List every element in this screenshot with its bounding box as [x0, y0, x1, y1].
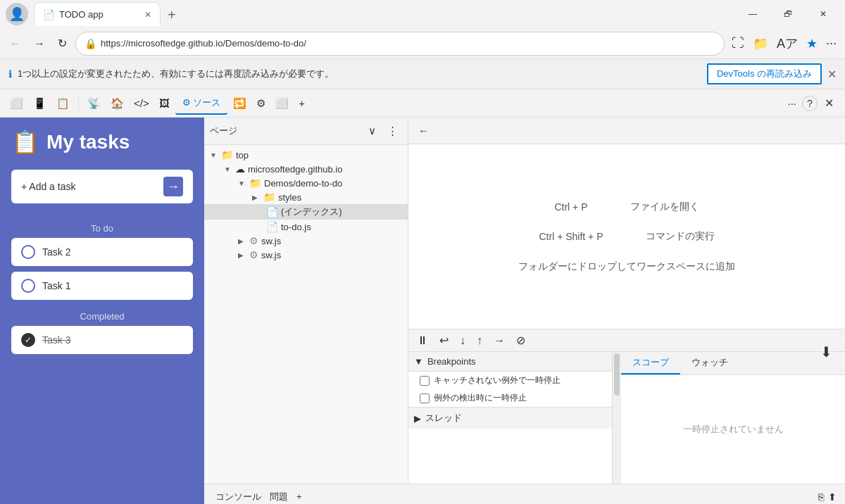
maximize-button[interactable]: 🗗: [772, 3, 804, 25]
file-panel-dropdown[interactable]: ∨: [364, 122, 380, 140]
tab-title: TODO app: [59, 9, 140, 20]
dt-settings-icon[interactable]: ⚙: [252, 94, 270, 113]
bp-item-1: キャッチされない例外で一時停止: [408, 372, 612, 389]
dt-home-icon[interactable]: 🏠: [106, 94, 128, 113]
todo-title: My tasks: [46, 131, 130, 153]
close-button[interactable]: ✕: [807, 3, 839, 25]
dt-browser-icon[interactable]: ⬜: [271, 94, 293, 113]
threads-header[interactable]: ▶ スレッド: [408, 408, 612, 429]
notification-text: 1つ以上の設定が変更されたため、有効にするには再度読み込みが必要です。: [18, 68, 701, 80]
tree-item-index[interactable]: 📄 (インデックス): [204, 204, 408, 220]
console-tab-issues[interactable]: 問題: [267, 489, 291, 505]
lock-icon: 🔒: [84, 38, 96, 49]
editor-back-btn[interactable]: ←: [414, 122, 433, 139]
address-bar[interactable]: 🔒 https://microsoftedge.github.io/Demos/…: [75, 32, 725, 56]
favorites-icon[interactable]: ★: [803, 32, 820, 55]
back-button[interactable]: ←: [6, 34, 25, 53]
tree-item-demos[interactable]: ▼ 📁 Demos/demo-to-do: [204, 176, 408, 190]
tree-item-styles[interactable]: ▶ 📁 styles: [204, 190, 408, 204]
dt-help-button[interactable]: ?: [802, 96, 818, 111]
task-item-task2[interactable]: Task 2: [11, 238, 193, 266]
vertical-scrollbar[interactable]: [613, 352, 621, 484]
file-panel-header: ページ ∨ ⋮: [204, 118, 408, 145]
console-tab-add[interactable]: +: [294, 490, 305, 503]
scrollbar-thumb[interactable]: [614, 353, 620, 396]
task-checkbox-task1[interactable]: [21, 279, 35, 293]
tree-item-todo-js[interactable]: 📄 to-do.js: [204, 220, 408, 234]
debug-step-out-btn[interactable]: ↑: [474, 333, 485, 348]
task-checkbox-task3[interactable]: ✓: [21, 333, 35, 347]
breakpoints-section-header[interactable]: ▼ Breakpoints: [408, 352, 612, 372]
tree-label-top: top: [236, 150, 249, 160]
shortcut-long: フォルダーにドロップしてワークスペースに追加: [518, 260, 735, 273]
scope-tab-watch[interactable]: ウォッチ: [680, 352, 739, 374]
tree-arrow-sw1: ▶: [238, 237, 246, 245]
debug-step-btn[interactable]: →: [491, 333, 508, 348]
task-item-task1[interactable]: Task 1: [11, 272, 193, 300]
forward-button[interactable]: →: [30, 34, 49, 53]
console-expand-btn[interactable]: ⬆: [828, 491, 837, 503]
file-icon-todo-js: 📄: [266, 221, 278, 232]
file-panel-more[interactable]: ⋮: [383, 122, 402, 140]
dt-performance-icon[interactable]: 🔁: [229, 94, 251, 113]
bp-title: Breakpoints: [427, 356, 476, 367]
dt-more-button[interactable]: ···: [783, 94, 801, 112]
shortcut-row-1: Ctrl + P ファイルを開く: [437, 201, 817, 213]
debugger-main: ▼ Breakpoints キャッチされない例外で一時停止 例外の検出時に一時停…: [408, 352, 845, 484]
tree-item-domain[interactable]: ▼ ☁ microsoftedge.github.io: [204, 162, 408, 176]
dt-device-button[interactable]: 📱: [29, 94, 51, 113]
shortcut-long-text: フォルダーにドロップしてワークスペースに追加: [518, 260, 735, 272]
tree-item-top[interactable]: ▼ 📁 top: [204, 148, 408, 162]
profile-avatar[interactable]: 👤: [6, 3, 28, 25]
editor-nav: ←: [408, 118, 845, 144]
dt-tab-sources[interactable]: ⚙ ソース: [175, 92, 228, 115]
dt-elements-icon[interactable]: </>: [130, 94, 154, 112]
task-checkbox-task2[interactable]: [21, 245, 35, 259]
scope-empty-text: 一時停止されていません: [683, 423, 784, 436]
tab-close-button[interactable]: ✕: [144, 10, 151, 20]
file-icon-index: 📄: [266, 206, 278, 218]
editor-scope-area: ← Ctrl + P ファイルを開く Ctrl + Shift + P コマンド…: [408, 118, 845, 484]
new-tab-button[interactable]: +: [162, 4, 182, 26]
debug-step-over-btn[interactable]: ↩: [437, 332, 451, 348]
dt-page-btn[interactable]: 📋: [52, 94, 74, 113]
debug-step-into-btn[interactable]: ↓: [457, 333, 468, 348]
console-bar: コンソール 問題 + ⎘ ⬆: [204, 484, 845, 504]
debug-pause-btn[interactable]: ⏸: [414, 333, 431, 348]
dt-inspect-button[interactable]: ⬜: [6, 94, 27, 113]
browser-tab-todo[interactable]: 📄 TODO app ✕: [34, 2, 161, 26]
refresh-button[interactable]: ↻: [54, 34, 71, 53]
collections-icon[interactable]: 📁: [750, 32, 771, 55]
debug-deactivate-btn[interactable]: ⊘: [513, 332, 528, 348]
minimize-button[interactable]: —: [737, 3, 769, 25]
read-aloud-icon[interactable]: Aア: [774, 32, 801, 55]
devtools-reload-button[interactable]: DevTools の再読み込み: [707, 63, 822, 84]
threads-title: スレッド: [425, 412, 462, 424]
bp-checkbox-2[interactable]: [420, 393, 430, 403]
scope-tabs: スコープ ウォッチ: [621, 352, 845, 375]
nav-bar: ← → ↻ 🔒 https://microsoftedge.github.io/…: [0, 28, 845, 59]
devtools-toolbar: ⬜ 📱 📋 📡 🏠 </> 🖼 ⚙ ソース 🔁 ⚙ ⬜ + ··· ? ✕: [0, 89, 845, 118]
dt-network-icon[interactable]: 📡: [83, 94, 105, 113]
task-item-task3[interactable]: ✓ Task 3: [11, 326, 193, 354]
split-view-icon[interactable]: ⛶: [729, 32, 747, 55]
console-tab-console[interactable]: コンソール: [213, 489, 264, 505]
console-undock-btn[interactable]: ⎘: [818, 491, 824, 503]
tree-item-sw2[interactable]: ▶ ⚙ sw.js: [204, 248, 408, 262]
dt-sources-icon[interactable]: 🖼: [155, 94, 174, 112]
tree-label-sw2: sw.js: [261, 250, 281, 260]
bp-checkbox-1[interactable]: [420, 376, 430, 386]
add-task-row[interactable]: + Add a task →: [11, 170, 193, 203]
tree-label-sw1: sw.js: [261, 236, 281, 246]
notification-close-button[interactable]: ✕: [827, 68, 837, 81]
scope-tab-scope[interactable]: スコープ: [621, 352, 680, 374]
dt-close-button[interactable]: ✕: [819, 94, 839, 113]
file-icon-sw1: ⚙: [249, 235, 258, 246]
download-icon[interactable]: ⬇: [816, 341, 837, 363]
more-icon[interactable]: ···: [823, 32, 839, 55]
tree-item-sw1[interactable]: ▶ ⚙ sw.js: [204, 234, 408, 248]
todo-section-todo: To do: [11, 223, 193, 234]
toolbar-separator: [78, 96, 79, 111]
add-task-button[interactable]: →: [163, 177, 183, 196]
dt-plus-icon[interactable]: +: [294, 94, 309, 112]
